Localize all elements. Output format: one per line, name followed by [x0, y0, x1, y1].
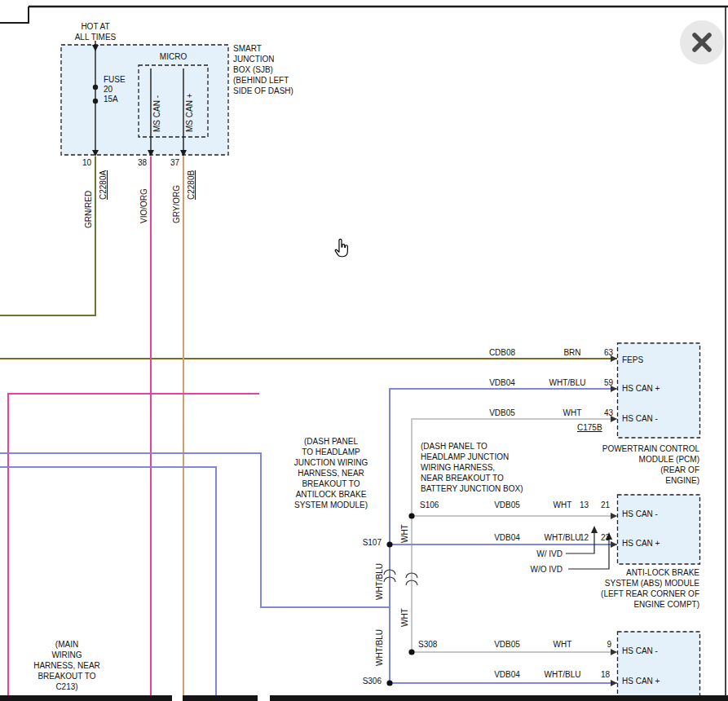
splice-s106-dot	[408, 513, 414, 518]
hot-line-1: HOT AT	[61, 21, 130, 32]
abs-row1-color: WHT	[548, 500, 577, 510]
abs-caption-line3: (LEFT REAR CORNER OF	[569, 589, 699, 599]
pcm-caption-line3: (REAR OF	[569, 465, 699, 475]
rear-row1-color: WHT	[548, 640, 577, 650]
bottom-section-edge	[0, 695, 728, 701]
pcm-row2-color: WHT/BLU	[545, 378, 590, 388]
note-main-line5: C213)	[26, 681, 108, 692]
note-bjb-harness: (DASH PANEL TO HEADLAMP JUNCTION WIRING …	[421, 441, 523, 494]
note-bjb-line3: WIRING HARNESS,	[421, 462, 523, 473]
splice-s308-label: S308	[418, 640, 437, 650]
wire-label-vio-org: VIO/ORG	[139, 188, 148, 223]
rear-row1-circuit: VDB05	[488, 640, 527, 650]
rear-row1-pin: 9	[598, 640, 611, 650]
wire-label-gry-org: GRY/ORG	[172, 185, 181, 223]
wire-label-wht-1: WHT	[400, 524, 409, 543]
rear-row2-pin: 18	[593, 670, 610, 680]
note-abs-line1: (DASH PANEL	[284, 436, 378, 447]
pcm-row1-circuit: CDB08	[483, 348, 522, 358]
wire-label-grn-red: GRN/RED	[84, 191, 93, 228]
pcm-row3-pin: 43	[595, 408, 613, 418]
wire-label-wht-blu-2: WHT/BLU	[375, 629, 384, 666]
ms-can-minus-label: MS CAN -	[152, 95, 161, 132]
pcm-row3-color: WHT	[558, 408, 587, 418]
note-main-line3: HARNESS, NEAR	[26, 660, 108, 671]
pcm-pin-feps: FEPS	[622, 355, 643, 365]
note-main-line2: WIRING	[26, 650, 108, 660]
sjb-title-line3: BOX (SJB)	[233, 64, 293, 75]
pcm-row2-circuit: VDB04	[483, 378, 522, 388]
rear-pin-hs-can-minus: HS CAN -	[622, 646, 658, 656]
note-bjb-line5: BATTERY JUNCTION BOX)	[421, 483, 523, 494]
abs-row1-circuit: VDB05	[488, 500, 527, 510]
with-ivd-label: W/ IVD	[525, 549, 563, 559]
sjb-pin-37: 37	[165, 158, 179, 168]
pcm-row2-pin: 59	[595, 378, 613, 388]
splice-s107-dot	[386, 541, 392, 547]
abs-caption-line1: ANTI-LOCK BRAKE	[569, 567, 699, 578]
note-bjb-line1: (DASH PANEL TO	[421, 441, 523, 452]
hot-at-all-times-label: HOT AT ALL TIMES	[61, 21, 130, 42]
fuse-label-line2: 20	[104, 85, 113, 95]
splice-s306-label: S306	[354, 677, 382, 686]
splice-s106-label: S106	[420, 500, 439, 510]
rear-module-box	[618, 632, 700, 701]
pcm-caption: POWERTRAIN CONTROL MODULE (PCM) (REAR OF…	[569, 443, 699, 486]
note-bjb-line2: HEADLAMP JUNCTION	[421, 452, 523, 462]
fuse-label-line1: FUSE	[104, 75, 126, 85]
rear-row2-circuit: VDB04	[488, 670, 527, 680]
close-button[interactable]	[680, 20, 724, 64]
rear-row2-color: WHT/BLU	[538, 670, 587, 680]
note-abs-line4: HARNESS, NEAR	[284, 468, 378, 478]
splice-s308-dot	[408, 649, 414, 655]
note-abs-line6: ANTILOCK BRAKE	[284, 489, 378, 500]
pcm-pin-hs-can-minus: HS CAN -	[622, 414, 658, 424]
sjb-title-line4: (BEHIND LEFT	[233, 75, 293, 86]
wire-label-wht-2: WHT	[400, 608, 409, 627]
abs-pin-hs-can-minus: HS CAN -	[622, 509, 658, 519]
abs-caption-line4: ENGINE COMPT)	[569, 599, 699, 610]
micro-label: MICRO	[139, 52, 208, 62]
note-main-line1: (MAIN	[26, 639, 108, 650]
abs-row2-pin-a: 12	[574, 533, 589, 543]
sjb-pin-10: 10	[77, 158, 91, 168]
pcm-caption-line2: MODULE (PCM)	[569, 454, 699, 465]
pcm-caption-line1: POWERTRAIN CONTROL	[569, 443, 699, 454]
pcm-row1-color: BRN	[558, 348, 587, 358]
abs-caption-line2: SYSTEM (ABS) MODULE	[569, 578, 699, 589]
pcm-caption-line4: ENGINE)	[569, 475, 699, 486]
abs-row1-pin-b: 21	[595, 500, 610, 510]
without-ivd-label: W/O IVD	[520, 565, 563, 575]
note-abs-line3: JUNCTION WIRING	[284, 457, 378, 468]
hot-line-2: ALL TIMES	[61, 32, 130, 42]
wires-colored	[0, 157, 617, 695]
ivd-pointer-arrows	[566, 526, 612, 569]
module-entry-arrows	[611, 355, 617, 686]
wire-label-wht-blu-1: WHT/BLU	[375, 563, 384, 600]
sjb-title-line2: JUNCTION	[233, 54, 293, 64]
note-abs-harness: (DASH PANEL TO HEADLAMP JUNCTION WIRING …	[284, 436, 378, 510]
pcm-pin-hs-can-plus: HS CAN +	[622, 384, 660, 394]
fuse-label-line3: 15A	[104, 95, 118, 104]
sjb-pin-38: 38	[132, 158, 147, 168]
pcm-row3-circuit: VDB05	[483, 408, 522, 418]
sjb-title-line1: SMART	[233, 43, 293, 54]
abs-row2-pin-b: 23	[595, 533, 610, 543]
sjb-title: SMART JUNCTION BOX (SJB) (BEHIND LEFT SI…	[233, 43, 293, 96]
connector-c2280b: C2280B	[187, 170, 196, 200]
hand-cursor-icon	[331, 238, 352, 259]
note-bjb-line4: NEAR BREAKOUT TO	[421, 473, 523, 483]
abs-box	[618, 495, 700, 564]
note-abs-line2: TO HEADLAMP	[284, 447, 378, 457]
wire-grn-red	[0, 157, 95, 315]
note-abs-line7: SYSTEM MODULE)	[284, 500, 378, 510]
note-abs-line5: BREAKOUT TO	[284, 478, 378, 489]
close-icon	[680, 20, 724, 64]
diagram-viewport[interactable]: HOT AT ALL TIMES FUSE 20 15A MICRO MS CA…	[0, 0, 728, 701]
abs-row1-pin-a: 13	[574, 500, 589, 510]
abs-caption: ANTI-LOCK BRAKE SYSTEM (ABS) MODULE (LEF…	[569, 567, 699, 610]
pcm-row1-pin: 63	[595, 348, 613, 358]
connector-c175b: C175B	[577, 423, 602, 433]
connector-c2280a: C2280A	[99, 170, 108, 200]
ms-can-plus-label: MS CAN +	[185, 93, 194, 132]
